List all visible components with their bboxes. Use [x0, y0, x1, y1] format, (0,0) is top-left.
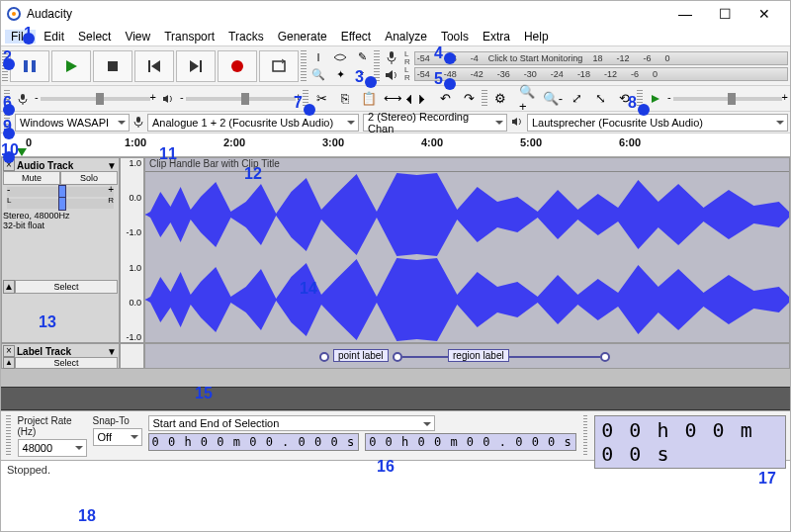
transport-toolbar-row: I ✎ 🔍 ✦ * LR -54-48 -4 Click to Start Mo… [1, 46, 790, 86]
project-rate-dropdown[interactable]: 48000 [18, 439, 87, 457]
region-label[interactable]: region label [448, 349, 509, 362]
point-label[interactable]: point label [333, 349, 389, 362]
rec-volume-slider[interactable]: -+ [41, 97, 150, 101]
track-close-button[interactable]: × [3, 345, 15, 357]
mic-icon[interactable] [381, 48, 402, 66]
silence-icon[interactable]: ⏴⏵ [405, 89, 427, 109]
track-control-panel[interactable]: × Label Track ▼ ▲ Select [1, 343, 120, 369]
toolbar-grip[interactable] [301, 50, 307, 81]
track-menu-dropdown[interactable]: ▼ [106, 160, 118, 171]
menu-extra[interactable]: Extra [477, 30, 516, 44]
clip-title-bar[interactable]: Clip Handle Bar with Clip Title [145, 158, 789, 172]
pause-button[interactable] [10, 50, 49, 82]
snapto-dropdown[interactable]: Off [93, 428, 142, 446]
annotation-1: 1 [24, 25, 33, 43]
rec-channels-dropdown[interactable]: 2 (Stereo) Recording Chan [363, 114, 507, 132]
toolbar-grip[interactable] [6, 415, 11, 455]
setup-icon[interactable]: ⚙ [489, 89, 511, 109]
timeline-ruler[interactable]: 01:002:003:004:005:006:00 [1, 133, 790, 157]
play-button[interactable] [51, 50, 91, 82]
skip-start-button[interactable] [134, 50, 174, 82]
redo-icon[interactable]: ↷ [458, 89, 480, 109]
select-track-button[interactable]: Select [15, 280, 118, 294]
audio-host-dropdown[interactable]: Windows WASAPI [15, 114, 130, 132]
play-speed-slider[interactable]: -+ [673, 97, 782, 101]
menu-effect[interactable]: Effect [335, 30, 377, 44]
select-track-button[interactable]: Select [15, 357, 118, 369]
playback-meter[interactable]: -54-48-42-36-30-24-18-12-60 [414, 67, 788, 81]
track-menu-dropdown[interactable]: ▼ [106, 346, 118, 357]
svg-marker-5 [151, 60, 160, 72]
toolbar-grip[interactable] [482, 90, 487, 108]
undo-icon[interactable]: ↶ [434, 89, 456, 109]
trim-icon[interactable]: ⟷ [382, 89, 403, 109]
track-empty-area[interactable] [1, 387, 790, 410]
selection-mode-dropdown[interactable]: Start and End of Selection [148, 415, 435, 431]
toolbar-grip[interactable] [583, 415, 588, 455]
audio-position-time[interactable]: 0 0 h 0 0 m 0 0 s [594, 415, 786, 469]
speaker-icon [511, 117, 523, 129]
track-control-panel[interactable]: × Audio Track ▼ Mute Solo -+ LR Stereo, … [1, 157, 120, 343]
collapse-button[interactable]: ▲ [3, 280, 15, 294]
toolbar-grip[interactable] [374, 50, 380, 81]
draw-tool-icon[interactable]: ✎ [351, 48, 373, 66]
menu-analyze[interactable]: Analyze [379, 30, 433, 44]
menu-view[interactable]: View [119, 30, 156, 44]
menu-generate[interactable]: Generate [272, 30, 333, 44]
pan-slider[interactable]: LR [7, 199, 114, 209]
label-track-lane[interactable]: point label region label [144, 343, 790, 369]
solo-button[interactable]: Solo [60, 171, 118, 185]
minimize-button[interactable]: — [665, 2, 705, 26]
audio-clip[interactable]: Clip Handle Bar with Clip Title [144, 157, 790, 343]
annotation-15: 15 [195, 385, 213, 402]
envelope-tool-icon[interactable] [329, 48, 351, 66]
zoom-tool-icon[interactable]: 🔍 [308, 66, 329, 84]
svg-rect-15 [136, 117, 140, 123]
annotation-marker [638, 104, 650, 116]
track-name[interactable]: Audio Track [17, 160, 104, 171]
annotation-2: 2 [3, 48, 12, 66]
record-button[interactable] [218, 50, 257, 82]
annotation-16: 16 [377, 458, 395, 476]
stop-button[interactable] [93, 50, 132, 82]
selection-end-time[interactable]: 0 0 h 0 0 m 0 0 . 0 0 0 s [365, 433, 576, 451]
play-device-dropdown[interactable]: Lautsprecher (Focusrite Usb Audio) [527, 114, 788, 132]
menu-select[interactable]: Select [72, 30, 117, 44]
rec-device-dropdown[interactable]: Analogue 1 + 2 (Focusrite Usb Audio) [147, 114, 359, 132]
annotation-6: 6 [3, 94, 12, 112]
recording-meter[interactable]: -54-48 -4 Click to Start Monitoring 18-1… [414, 51, 788, 65]
maximize-button[interactable]: ☐ [705, 2, 745, 26]
selection-start-time[interactable]: 0 0 h 0 0 m 0 0 . 0 0 0 s [148, 433, 360, 451]
collapse-button[interactable]: ▲ [3, 357, 15, 369]
fit-project-icon[interactable]: ⤡ [589, 89, 611, 109]
mute-button[interactable]: Mute [3, 171, 60, 185]
menu-transport[interactable]: Transport [158, 30, 220, 44]
copy-icon[interactable]: ⎘ [334, 89, 356, 109]
paste-icon[interactable]: 📋 [358, 89, 380, 109]
zoom-in-icon[interactable]: 🔍+ [518, 89, 540, 109]
play-volume-slider[interactable]: -+ [186, 97, 296, 101]
fit-selection-icon[interactable]: ⤢ [566, 89, 587, 109]
speaker-icon[interactable] [381, 66, 402, 84]
zoom-out-icon[interactable]: 🔍- [542, 89, 564, 109]
menu-tools[interactable]: Tools [435, 30, 475, 44]
track-name[interactable]: Label Track [17, 346, 104, 357]
label-handle-icon[interactable] [600, 352, 610, 362]
timeshift-tool-icon[interactable]: ✦ [329, 66, 351, 84]
gain-slider[interactable]: -+ [7, 187, 114, 197]
meter-lr-label: LR [402, 66, 412, 82]
label-handle-icon[interactable] [393, 352, 402, 362]
meter-prompt: Click to Start Monitoring [488, 53, 583, 63]
menu-edit[interactable]: Edit [38, 30, 70, 44]
selection-tool-icon[interactable]: I [308, 48, 329, 66]
vertical-scale[interactable]: 1.00.0-1.01.00.0-1.0 [120, 157, 144, 343]
close-button[interactable]: ✕ [745, 2, 784, 26]
menu-tracks[interactable]: Tracks [222, 30, 270, 44]
annotation-18: 18 [78, 507, 96, 525]
skip-end-button[interactable] [176, 50, 216, 82]
label-handle-icon[interactable] [319, 352, 329, 362]
mic-icon [12, 89, 34, 109]
loop-button[interactable] [259, 50, 299, 82]
menu-help[interactable]: Help [518, 30, 555, 44]
annotation-5: 5 [434, 70, 443, 88]
